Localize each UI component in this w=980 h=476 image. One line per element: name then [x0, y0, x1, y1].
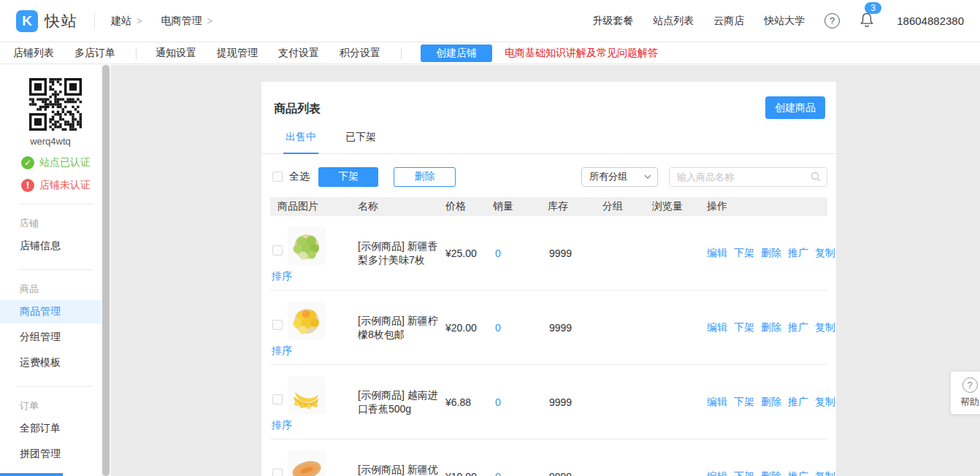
subnav-points-settings[interactable]: 积分设置 [340, 47, 380, 60]
tab-off-shelf[interactable]: 已下架 [343, 131, 378, 153]
product-name: [示例商品] 新疆优选哈密瓜1个 [358, 463, 445, 476]
ecommerce-faq-link[interactable]: 电商基础知识讲解及常见问题解答 [505, 47, 658, 60]
help-question-icon[interactable]: ? [824, 13, 840, 28]
action-link[interactable]: 下架 [734, 321, 754, 334]
create-product-button[interactable]: 创建商品 [765, 96, 825, 119]
row-checkbox[interactable] [272, 469, 283, 476]
row-checkbox[interactable] [272, 394, 283, 404]
site-list-link[interactable]: 站点列表 [653, 15, 694, 28]
upgrade-plan-link[interactable]: 升级套餐 [592, 15, 633, 28]
product-image[interactable] [288, 302, 326, 339]
subnav-withdrawal-management[interactable]: 提现管理 [217, 47, 258, 60]
sidebar-item[interactable]: 拼团管理 [0, 442, 101, 466]
sidebar-item[interactable]: 全部订单 [0, 417, 101, 440]
cloud-store-link[interactable]: 云商店 [713, 15, 744, 28]
action-link[interactable]: 推广 [788, 321, 808, 334]
subnav-payment-settings[interactable]: 支付设置 [278, 47, 319, 60]
product-price: ¥20.00 [445, 322, 493, 334]
sort-link[interactable]: 排序 [272, 419, 292, 432]
sidebar-section-title: 店铺 [20, 217, 111, 230]
create-shop-button[interactable]: 创建店铺 [421, 45, 492, 62]
shop-unverified-badge[interactable]: ! 店铺未认证 [21, 179, 111, 192]
sidebar-item[interactable]: 运费模板 [0, 351, 101, 375]
product-image[interactable] [288, 450, 326, 476]
tab-on-sale[interactable]: 出售中 [283, 131, 318, 154]
action-link[interactable]: 删除 [761, 396, 781, 409]
exclamation-circle-icon: ! [21, 179, 34, 192]
notifications-bell[interactable]: 3 [860, 12, 874, 30]
column-header: 销量 [493, 200, 548, 213]
product-search-input[interactable] [677, 172, 811, 183]
sidebar-item[interactable]: 商品管理 [0, 300, 101, 323]
action-link[interactable]: 编辑 [707, 321, 727, 334]
row-checkbox[interactable] [272, 320, 283, 330]
product-sales[interactable]: 0 [493, 471, 548, 476]
action-link[interactable]: 下架 [734, 396, 754, 409]
product-image[interactable] [288, 227, 326, 265]
kuaizhan-academy-link[interactable]: 快站大学 [764, 15, 805, 28]
action-link[interactable]: 编辑 [707, 396, 727, 409]
sidebar-item[interactable]: 店铺信息 [0, 234, 101, 258]
group-filter-select[interactable]: 所有分组 [581, 167, 658, 187]
action-link[interactable]: 推广 [788, 470, 808, 476]
sidebar: werq4wtq ✓ 站点已认证 ! 店铺未认证 店铺店铺信息商品商品管理分组管… [0, 65, 111, 476]
action-link[interactable]: 推广 [788, 396, 808, 409]
sub-navigation: 店铺列表 多店订单 通知设置 提现管理 支付设置 积分设置 创建店铺 电商基础知… [0, 42, 980, 64]
qr-code-caption: werq4wtq [0, 136, 101, 147]
action-link[interactable]: 复制 [815, 396, 835, 409]
chevron-down-icon [644, 174, 651, 179]
kuaizhan-logo-icon: K [16, 10, 38, 32]
bulk-delete-button[interactable]: 删除 [394, 167, 456, 187]
row-checkbox[interactable] [272, 245, 283, 256]
site-verified-label: 站点已认证 [39, 156, 91, 169]
action-link[interactable]: 下架 [734, 470, 754, 476]
logo[interactable]: K 快站 [16, 10, 78, 32]
action-link[interactable]: 编辑 [707, 247, 727, 260]
column-header: 名称 [358, 200, 445, 213]
sort-link[interactable]: 排序 [272, 345, 292, 358]
subnav-notification-settings[interactable]: 通知设置 [156, 47, 196, 60]
page-title: 商品列表 [261, 82, 836, 117]
floating-help-widget[interactable]: ? 帮助 [950, 371, 980, 415]
subnav-shop-list[interactable]: 店铺列表 [13, 47, 54, 60]
chevron-right-icon: > [137, 15, 142, 26]
site-verified-badge: ✓ 站点已认证 [21, 156, 111, 169]
product-sales[interactable]: 0 [493, 247, 548, 259]
action-link[interactable]: 复制 [815, 470, 835, 476]
chevron-right-icon: > [207, 15, 213, 26]
product-stock: 9999 [548, 247, 602, 259]
sidebar-scrollbar[interactable] [101, 65, 111, 476]
sidebar-section-title: 商品 [20, 283, 111, 296]
action-link[interactable]: 删除 [761, 470, 781, 476]
column-header: 商品图片 [270, 200, 358, 213]
action-link[interactable]: 复制 [815, 247, 835, 260]
product-price: ¥6.88 [445, 396, 493, 408]
subnav-multi-shop-orders[interactable]: 多店订单 [74, 47, 115, 60]
breadcrumb-ecommerce[interactable]: 电商管理> [161, 15, 213, 28]
action-link[interactable]: 删除 [761, 247, 781, 260]
breadcrumb-label: 建站 [111, 15, 131, 28]
product-image[interactable] [288, 376, 326, 414]
header-divider [94, 12, 95, 30]
product-search-box [669, 167, 827, 187]
product-stock: 9999 [548, 322, 602, 334]
sidebar-scrollbar-thumb[interactable] [102, 65, 110, 476]
product-status-tabs: 出售中已下架 [261, 131, 836, 154]
action-link[interactable]: 编辑 [707, 470, 727, 476]
sort-link[interactable]: 排序 [272, 270, 292, 283]
product-sales[interactable]: 0 [493, 396, 548, 408]
action-link[interactable]: 推广 [788, 247, 808, 260]
row-actions: 编辑下架删除推广复制 [707, 396, 835, 409]
search-icon[interactable] [811, 172, 821, 182]
action-link[interactable]: 复制 [815, 321, 835, 334]
breadcrumb-site[interactable]: 建站> [111, 15, 142, 28]
table-header-row: 商品图片名称价格销量库存分组浏览量操作 [270, 197, 827, 216]
action-link[interactable]: 下架 [734, 247, 754, 260]
sidebar-item[interactable]: 分组管理 [0, 326, 101, 349]
action-link[interactable]: 删除 [761, 321, 781, 334]
product-sales[interactable]: 0 [493, 322, 548, 334]
account-phone-number[interactable]: 18604882380 [897, 15, 964, 27]
sidebar-divider [18, 204, 93, 204]
select-all-checkbox[interactable] [272, 172, 283, 182]
bulk-off-shelf-button[interactable]: 下架 [318, 167, 378, 187]
